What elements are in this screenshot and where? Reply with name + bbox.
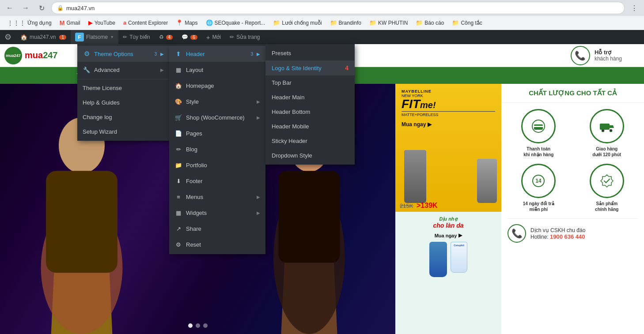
l2-item-share[interactable]: ↗ Share: [169, 221, 265, 236]
new-item[interactable]: + Mới: [202, 30, 225, 44]
dropdown-overlay: ⚙ Theme Options 3 ▶ 🔧 Advanced ▶ Theme L…: [77, 44, 355, 254]
maps-label: Maps: [185, 20, 197, 26]
cetaphil-slogan: Dịu nhẹ: [439, 216, 457, 222]
bookmark-youtube[interactable]: ▶ YouTube: [85, 18, 119, 27]
seo-icon: 🌐: [206, 19, 213, 26]
l2-item-homepage[interactable]: 🏠 Homepage: [169, 78, 265, 94]
wp-site-item[interactable]: 🏠 mua247.vn 1: [16, 30, 71, 44]
bookmark-seo[interactable]: 🌐 SEOquake - Report...: [202, 18, 269, 27]
l1-item-changelog[interactable]: Change log: [77, 110, 169, 124]
l2-item-widgets[interactable]: ▦ Widgets ▶: [169, 205, 265, 221]
bookmark-brandinfo[interactable]: 📁 Brandinfo: [326, 18, 365, 27]
l1-item-setup[interactable]: Setup Wizard: [77, 124, 169, 139]
l3-dropdown-style-label: Dropdown Style: [272, 152, 312, 159]
l3-item-sticky[interactable]: Sticky Header: [265, 134, 355, 148]
bookmark-baocao[interactable]: 📁 Báo cáo: [412, 18, 447, 27]
l3-logo-num: 4: [345, 64, 349, 71]
updates-count-badge: 4: [166, 35, 173, 40]
circle-returns-icon: 14: [521, 164, 556, 198]
l2-item-reset[interactable]: ⚙ Reset: [169, 236, 265, 252]
nav-spacer: [0, 67, 71, 84]
l2-item-portfolio[interactable]: 📁 Portfolio: [169, 157, 265, 173]
l2-blog-label: Blog: [186, 146, 197, 153]
l2-item-menus[interactable]: ≡ Menus ▶: [169, 189, 265, 205]
updates-icon: ♻: [159, 34, 164, 40]
right-panel: CHẤT LƯỢNG CHO TẤT CẢ Thanh toánkhi nhận…: [501, 84, 644, 334]
cskh-label: Dịch vụ CSKH chu đáo: [530, 227, 585, 233]
customize-item[interactable]: ✏ Tùy biến: [118, 30, 154, 44]
l3-presets-label: Presets: [272, 50, 291, 56]
l1-changelog-label: Change log: [83, 114, 112, 120]
bookmark-maps[interactable]: 📍 Maps: [172, 18, 201, 27]
l2-item-footer[interactable]: ⬇ Footer: [169, 173, 265, 189]
l2-pages-label: Pages: [186, 130, 202, 137]
l2-item-blog[interactable]: ✏ Blog: [169, 141, 265, 157]
l3-item-header-mobile[interactable]: Header Mobile: [265, 119, 355, 134]
l2-item-shop[interactable]: 🛒 Shop (WooCommerce) ▶: [169, 109, 265, 125]
l2-item-layout[interactable]: ▦ Layout: [169, 62, 265, 78]
edit-label: Sửa trang: [236, 34, 260, 40]
bookmark-congtac[interactable]: 📁 Công tắc: [448, 18, 485, 27]
flatsome-item[interactable]: F Flatsome ▼: [71, 30, 118, 44]
bookmark-kw[interactable]: 📁 KW PHUTIN: [366, 18, 411, 27]
back-button[interactable]: ←: [4, 2, 16, 14]
mua-ngay-link[interactable]: Mua ngay ▶: [402, 121, 495, 128]
refresh-button[interactable]: ↻: [35, 2, 48, 14]
l2-shop-label: Shop (WooCommerce): [186, 114, 253, 121]
share-icon: ↗: [174, 225, 182, 233]
l3-item-header-main[interactable]: Header Main: [265, 90, 355, 105]
hotline-number: 1900 636 440: [550, 233, 585, 240]
phone-icon: 📞: [575, 50, 586, 61]
bookmark-gmail[interactable]: M Gmail: [56, 18, 84, 28]
youtube-icon: ▶: [88, 19, 93, 26]
dot-3: [203, 323, 208, 328]
l2-item-style[interactable]: 🎨 Style ▶: [169, 94, 265, 109]
l3-item-topbar[interactable]: Top Bar: [265, 75, 355, 90]
plus-icon: +: [206, 34, 210, 41]
l2-layout-label: Layout: [186, 67, 203, 73]
l3-item-logo-identity[interactable]: Logo & Site Identity 4: [265, 60, 355, 75]
edit-icon: ✏: [230, 34, 234, 40]
edit-page-item[interactable]: ✏ Sửa trang: [225, 30, 264, 44]
l2-reset-label: Reset: [186, 241, 201, 248]
l3-header-mobile-label: Header Mobile: [272, 123, 309, 130]
headset-icon: 📞: [511, 228, 523, 239]
l1-item-help[interactable]: Help & Guides: [77, 95, 169, 110]
bookmark-apps[interactable]: ⋮⋮⋮ Ứng dụng: [4, 18, 55, 28]
widgets-icon: ▦: [174, 209, 182, 217]
updates-item[interactable]: ♻ 4: [155, 30, 178, 44]
circle-payment-icon: [521, 109, 556, 143]
l3-item-dropdown-style[interactable]: Dropdown Style: [265, 148, 355, 163]
l1-item-theme-license[interactable]: Theme License: [77, 81, 169, 95]
logo-circle: mua247: [4, 47, 22, 64]
site-logo-area: mua247 mua247: [4, 47, 75, 64]
browser-titlebar: ← → ↻ 🔒 mua247.vn ⋮: [0, 0, 644, 16]
l3-topbar-label: Top Bar: [272, 79, 292, 86]
gmail-icon: M: [60, 19, 65, 26]
site-name: mua247.vn: [30, 34, 56, 40]
wp-logo-item[interactable]: ⚙: [0, 30, 16, 44]
hotline-label: Hotline:: [530, 234, 549, 240]
cetaphil-mua[interactable]: Mua ngay ▶: [435, 233, 462, 238]
quality-title: CHẤT LƯỢNG CHO TẤT CẢ: [501, 84, 644, 103]
l2-share-label: Share: [186, 225, 201, 232]
site-icon: 🏠: [20, 34, 27, 41]
l2-item-pages[interactable]: 📄 Pages: [169, 125, 265, 141]
content-explorer-label: Content Explorer: [128, 20, 168, 26]
l3-item-header-bottom[interactable]: Header Bottom: [265, 105, 355, 119]
address-bar[interactable]: 🔒 mua247.vn: [51, 2, 625, 14]
cetaphil-label: Cetaphil: [451, 244, 467, 247]
extensions-button[interactable]: ⋮: [628, 2, 640, 14]
bookmark-luoi[interactable]: 📁 Lưới chống muỗi: [269, 18, 325, 27]
l3-item-presets[interactable]: Presets: [265, 46, 355, 60]
l1-item-advanced[interactable]: 🔧 Advanced ▶: [77, 62, 169, 78]
circle-authentic: Sản phẩmchính hãng: [576, 164, 638, 212]
comments-item[interactable]: 💬 6: [177, 30, 202, 44]
bookmark-content-explorer[interactable]: a Content Explorer: [120, 18, 171, 27]
l1-item-theme-options[interactable]: ⚙ Theme Options 3 ▶: [77, 46, 169, 62]
payment-svg: [530, 118, 546, 134]
seo-label: SEOquake - Report...: [215, 20, 265, 26]
flatsome-arrow: ▼: [110, 35, 114, 39]
forward-button[interactable]: →: [19, 2, 32, 14]
l2-item-header[interactable]: ⬆ Header 3 ▶: [169, 46, 265, 62]
